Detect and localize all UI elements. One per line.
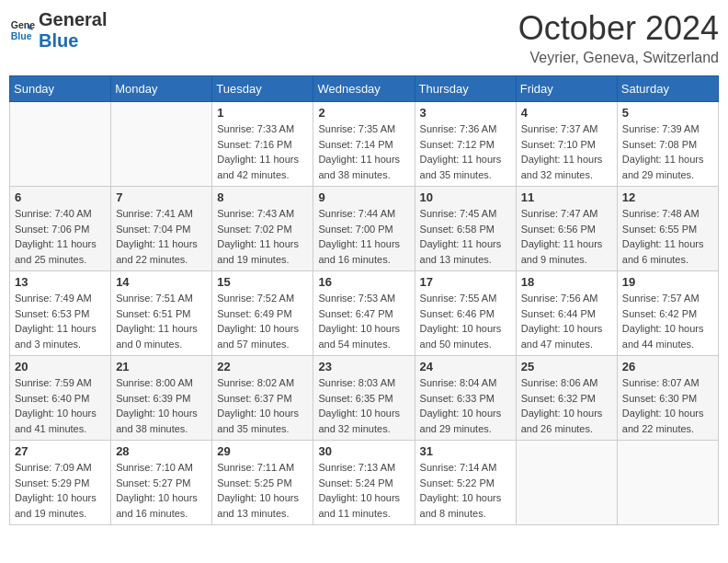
day-info: Sunrise: 7:37 AMSunset: 7:10 PMDaylight:… [521,121,612,182]
day-number: 28 [116,444,207,458]
day-number: 12 [622,190,713,204]
day-info: Sunrise: 8:02 AMSunset: 6:37 PMDaylight:… [217,375,308,436]
calendar-day-cell: 26Sunrise: 8:07 AMSunset: 6:30 PMDayligh… [617,356,718,441]
day-number: 3 [420,106,511,120]
day-info: Sunrise: 7:41 AMSunset: 7:04 PMDaylight:… [116,206,207,267]
weekday-header: Saturday [617,76,718,102]
calendar-week-row: 6Sunrise: 7:40 AMSunset: 7:06 PMDaylight… [10,187,719,271]
day-number: 23 [318,360,409,373]
calendar-day-cell [10,102,111,187]
calendar-day-cell: 20Sunrise: 7:59 AMSunset: 6:40 PMDayligh… [10,356,111,441]
day-number: 11 [521,190,612,204]
calendar-day-cell: 31Sunrise: 7:14 AMSunset: 5:22 PMDayligh… [415,441,516,525]
calendar-day-cell: 8Sunrise: 7:43 AMSunset: 7:02 PMDaylight… [212,187,313,271]
calendar-day-cell [516,441,617,525]
weekday-header: Wednesday [313,76,415,102]
calendar-day-cell: 15Sunrise: 7:52 AMSunset: 6:49 PMDayligh… [212,271,313,356]
day-number: 9 [318,190,409,204]
calendar-day-cell [617,441,718,525]
weekday-header: Monday [111,76,212,102]
day-info: Sunrise: 7:59 AMSunset: 6:40 PMDaylight:… [15,375,106,436]
day-info: Sunrise: 7:44 AMSunset: 7:00 PMDaylight:… [318,206,409,267]
day-number: 29 [217,444,308,458]
day-number: 14 [116,275,207,289]
day-number: 10 [420,190,511,204]
weekday-header-row: SundayMondayTuesdayWednesdayThursdayFrid… [10,76,719,102]
day-info: Sunrise: 7:35 AMSunset: 7:14 PMDaylight:… [318,121,409,182]
day-info: Sunrise: 7:45 AMSunset: 6:58 PMDaylight:… [420,206,511,267]
day-info: Sunrise: 7:47 AMSunset: 6:56 PMDaylight:… [521,206,612,267]
weekday-header: Sunday [10,76,111,102]
logo-text: General Blue [39,9,107,52]
day-number: 17 [420,275,511,289]
logo-icon: General Blue [9,17,35,43]
calendar-day-cell: 18Sunrise: 7:56 AMSunset: 6:44 PMDayligh… [516,271,617,356]
day-number: 6 [15,190,106,204]
calendar-table: SundayMondayTuesdayWednesdayThursdayFrid… [9,75,719,525]
calendar-day-cell: 5Sunrise: 7:39 AMSunset: 7:08 PMDaylight… [617,102,718,187]
day-info: Sunrise: 7:39 AMSunset: 7:08 PMDaylight:… [622,121,713,182]
logo: General Blue General Blue [9,9,107,52]
calendar-day-cell: 2Sunrise: 7:35 AMSunset: 7:14 PMDaylight… [313,102,415,187]
day-number: 5 [622,106,713,120]
calendar-week-row: 1Sunrise: 7:33 AMSunset: 7:16 PMDaylight… [10,102,719,187]
day-number: 25 [521,360,612,373]
day-info: Sunrise: 7:43 AMSunset: 7:02 PMDaylight:… [217,206,308,267]
calendar-day-cell: 25Sunrise: 8:06 AMSunset: 6:32 PMDayligh… [516,356,617,441]
calendar-day-cell: 30Sunrise: 7:13 AMSunset: 5:24 PMDayligh… [313,441,415,525]
day-number: 21 [116,360,207,373]
day-number: 1 [217,106,308,120]
calendar-day-cell: 17Sunrise: 7:55 AMSunset: 6:46 PMDayligh… [415,271,516,356]
calendar-day-cell: 21Sunrise: 8:00 AMSunset: 6:39 PMDayligh… [111,356,212,441]
day-number: 8 [217,190,308,204]
calendar-day-cell: 13Sunrise: 7:49 AMSunset: 6:53 PMDayligh… [10,271,111,356]
day-number: 18 [521,275,612,289]
calendar-week-row: 13Sunrise: 7:49 AMSunset: 6:53 PMDayligh… [10,271,719,356]
calendar-day-cell: 4Sunrise: 7:37 AMSunset: 7:10 PMDaylight… [516,102,617,187]
day-number: 19 [622,275,713,289]
calendar-day-cell: 12Sunrise: 7:48 AMSunset: 6:55 PMDayligh… [617,187,718,271]
day-number: 13 [15,275,106,289]
day-number: 7 [116,190,207,204]
day-number: 31 [420,444,511,458]
day-info: Sunrise: 7:40 AMSunset: 7:06 PMDaylight:… [15,206,106,267]
calendar-day-cell: 6Sunrise: 7:40 AMSunset: 7:06 PMDaylight… [10,187,111,271]
day-number: 22 [217,360,308,373]
day-number: 26 [622,360,713,373]
day-number: 2 [318,106,409,120]
day-info: Sunrise: 7:09 AMSunset: 5:29 PMDaylight:… [15,460,106,521]
day-number: 30 [318,444,409,458]
day-info: Sunrise: 7:56 AMSunset: 6:44 PMDaylight:… [521,291,612,351]
calendar-day-cell: 1Sunrise: 7:33 AMSunset: 7:16 PMDaylight… [212,102,313,187]
weekday-header: Tuesday [212,76,313,102]
calendar-day-cell: 9Sunrise: 7:44 AMSunset: 7:00 PMDaylight… [313,187,415,271]
calendar-day-cell: 19Sunrise: 7:57 AMSunset: 6:42 PMDayligh… [617,271,718,356]
month-title: October 2024 [518,9,719,48]
day-info: Sunrise: 8:03 AMSunset: 6:35 PMDaylight:… [318,375,409,436]
calendar-day-cell: 16Sunrise: 7:53 AMSunset: 6:47 PMDayligh… [313,271,415,356]
day-info: Sunrise: 7:13 AMSunset: 5:24 PMDaylight:… [318,460,409,521]
day-info: Sunrise: 7:11 AMSunset: 5:25 PMDaylight:… [217,460,308,521]
weekday-header: Friday [516,76,617,102]
day-info: Sunrise: 7:51 AMSunset: 6:51 PMDaylight:… [116,291,207,351]
day-number: 4 [521,106,612,120]
calendar-day-cell: 22Sunrise: 8:02 AMSunset: 6:37 PMDayligh… [212,356,313,441]
day-info: Sunrise: 7:33 AMSunset: 7:16 PMDaylight:… [217,121,308,182]
day-number: 16 [318,275,409,289]
title-area: October 2024 Veyrier, Geneva, Switzerlan… [518,9,719,66]
day-info: Sunrise: 7:48 AMSunset: 6:55 PMDaylight:… [622,206,713,267]
location-title: Veyrier, Geneva, Switzerland [518,50,719,66]
calendar-day-cell: 14Sunrise: 7:51 AMSunset: 6:51 PMDayligh… [111,271,212,356]
calendar-day-cell: 28Sunrise: 7:10 AMSunset: 5:27 PMDayligh… [111,441,212,525]
day-number: 20 [15,360,106,373]
calendar-day-cell [111,102,212,187]
day-number: 27 [15,444,106,458]
day-info: Sunrise: 7:49 AMSunset: 6:53 PMDaylight:… [15,291,106,351]
day-info: Sunrise: 8:07 AMSunset: 6:30 PMDaylight:… [622,375,713,436]
day-info: Sunrise: 7:57 AMSunset: 6:42 PMDaylight:… [622,291,713,351]
day-info: Sunrise: 7:53 AMSunset: 6:47 PMDaylight:… [318,291,409,351]
calendar-day-cell: 29Sunrise: 7:11 AMSunset: 5:25 PMDayligh… [212,441,313,525]
day-info: Sunrise: 7:36 AMSunset: 7:12 PMDaylight:… [420,121,511,182]
calendar-day-cell: 11Sunrise: 7:47 AMSunset: 6:56 PMDayligh… [516,187,617,271]
svg-text:Blue: Blue [11,30,32,41]
